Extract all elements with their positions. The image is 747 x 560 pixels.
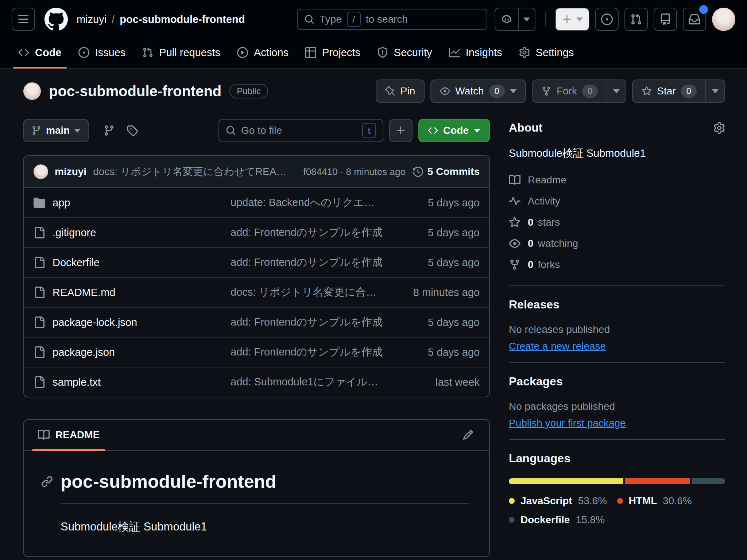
- issues-global-button[interactable]: [595, 8, 619, 31]
- file-name[interactable]: sample.txt: [53, 376, 101, 388]
- star-dropdown-button[interactable]: [706, 79, 725, 103]
- file-row[interactable]: .gitignore add: Frontendのサンプルを作成 5 days …: [24, 217, 489, 247]
- language-legend: JavaScript 53.6% HTML 30.6% Dockerfile 1…: [509, 495, 725, 526]
- go-to-file-input[interactable]: Go to file t: [218, 119, 383, 142]
- copilot-menu: [495, 8, 535, 31]
- fork-button[interactable]: Fork 0: [532, 79, 607, 103]
- chevron-down-icon: [474, 129, 480, 133]
- code-dropdown-button[interactable]: Code: [418, 119, 490, 142]
- about-stars-link[interactable]: 0 stars: [509, 212, 725, 233]
- git-pull-request-icon: [630, 13, 642, 25]
- commit-author[interactable]: mizuyi: [55, 166, 86, 178]
- tab-pull-requests[interactable]: Pull requests: [136, 37, 227, 68]
- breadcrumb-repo[interactable]: poc-submodule-frontend: [120, 13, 245, 26]
- create-new-button[interactable]: [555, 8, 589, 31]
- language-dot: [509, 517, 515, 523]
- file-commit-message[interactable]: add: Frontendのサンプルを作成: [231, 255, 398, 270]
- file-icon: [34, 227, 45, 238]
- copilot-icon: [501, 13, 512, 25]
- tab-insights[interactable]: Insights: [442, 37, 509, 68]
- file-name[interactable]: Dockerfile: [53, 257, 100, 269]
- breadcrumb-separator: /: [112, 13, 115, 26]
- file-row[interactable]: package.json add: Frontendのサンプルを作成 5 day…: [24, 337, 489, 367]
- pin-button[interactable]: Pin: [376, 79, 425, 103]
- languages-heading: Languages: [509, 452, 725, 465]
- file-row[interactable]: sample.txt add: Submodule1にファイルを追加 last …: [24, 367, 489, 397]
- owner-avatar[interactable]: [23, 82, 41, 100]
- watch-button[interactable]: Watch 0: [430, 79, 526, 103]
- about-readme-link[interactable]: Readme: [509, 170, 725, 191]
- file-commit-message[interactable]: add: Frontendのサンプルを作成: [231, 225, 398, 240]
- inbox-icon: [689, 13, 700, 25]
- about-activity-link[interactable]: Activity: [509, 191, 725, 212]
- edit-readme-button[interactable]: [458, 425, 478, 445]
- create-release-link[interactable]: Create a new release: [509, 341, 606, 352]
- tab-issues[interactable]: Issues: [72, 37, 132, 68]
- link-icon: [41, 475, 53, 488]
- commit-history-link[interactable]: 5 Commits: [413, 166, 480, 178]
- language-javascript[interactable]: JavaScript 53.6%: [509, 495, 617, 507]
- tab-actions[interactable]: Actions: [231, 37, 295, 68]
- go-to-file-placeholder: Go to file: [241, 125, 357, 136]
- file-commit-message[interactable]: add: Frontendのサンプルを作成: [231, 315, 398, 330]
- heading-anchor[interactable]: [41, 475, 53, 488]
- file-commit-message[interactable]: update: Backendへのリクエストの...: [231, 195, 398, 210]
- about-watching-link[interactable]: 0 watching: [509, 233, 725, 254]
- file-name[interactable]: package-lock.json: [53, 316, 137, 328]
- tab-security[interactable]: Security: [371, 37, 439, 68]
- user-avatar[interactable]: [712, 8, 735, 31]
- tab-settings[interactable]: Settings: [512, 37, 581, 68]
- file-age: 5 days ago: [398, 197, 480, 209]
- breadcrumb: mizuyi / poc-submodule-frontend: [77, 13, 245, 26]
- file-age: 5 days ago: [398, 346, 480, 358]
- file-row[interactable]: package-lock.json add: Frontendのサンプルを作成 …: [24, 307, 489, 337]
- code-icon: [18, 47, 29, 58]
- language-html[interactable]: HTML 30.6%: [617, 495, 725, 507]
- add-file-button[interactable]: [389, 119, 413, 142]
- branches-link-button[interactable]: [97, 119, 121, 142]
- commit-author-avatar[interactable]: [34, 164, 48, 179]
- file-row[interactable]: app update: Backendへのリクエストの... 5 days ag…: [24, 187, 489, 217]
- about-forks-link[interactable]: 0 forks: [509, 254, 725, 275]
- pull-requests-global-button[interactable]: [624, 8, 648, 31]
- chevron-down-icon: [523, 18, 530, 22]
- copilot-button[interactable]: [495, 8, 518, 30]
- tab-projects[interactable]: Projects: [299, 37, 367, 68]
- publish-package-link[interactable]: Publish your first package: [509, 417, 626, 429]
- repo-title[interactable]: poc-submodule-frontend: [49, 83, 221, 100]
- file-name[interactable]: app: [53, 197, 70, 209]
- global-nav-menu-button[interactable]: [12, 8, 35, 31]
- commit-sha-time[interactable]: f084410 · 8 minutes ago: [303, 166, 405, 178]
- visibility-badge: Public: [229, 84, 268, 98]
- file-name[interactable]: .gitignore: [53, 227, 96, 239]
- copilot-dropdown-button[interactable]: [519, 8, 535, 30]
- language-dockerfile[interactable]: Dockerfile 15.8%: [509, 514, 617, 526]
- file-age: 5 days ago: [398, 316, 480, 328]
- plus-icon: [562, 14, 573, 25]
- watch-count: 0: [489, 85, 505, 98]
- repo-nav: Code Issues Pull requests Actions Projec…: [12, 37, 735, 68]
- commit-message[interactable]: docs: リポジトリ名変更に合わせてREADME...: [93, 165, 297, 179]
- file-name[interactable]: README.md: [53, 287, 115, 299]
- tab-code[interactable]: Code: [12, 37, 68, 68]
- tags-link-button[interactable]: [121, 119, 144, 142]
- stars-count: 0: [528, 217, 534, 228]
- breadcrumb-owner[interactable]: mizuyi: [77, 13, 107, 26]
- tab-readme[interactable]: README: [30, 420, 108, 450]
- file-commit-message[interactable]: add: Submodule1にファイルを追加: [231, 375, 398, 389]
- global-search-input[interactable]: Type / to search: [297, 9, 487, 30]
- fork-dropdown-button[interactable]: [607, 79, 626, 103]
- star-button[interactable]: Star 0: [632, 79, 706, 103]
- edit-about-button[interactable]: [713, 122, 725, 134]
- branch-selector[interactable]: main: [23, 119, 89, 142]
- search-icon: [226, 125, 236, 136]
- file-commit-message[interactable]: docs: リポジトリ名変更に合わせて...: [231, 285, 398, 300]
- table-icon: [305, 47, 316, 58]
- file-name[interactable]: package.json: [53, 346, 115, 358]
- file-row[interactable]: README.md docs: リポジトリ名変更に合わせて... 8 minut…: [24, 277, 489, 307]
- file-commit-message[interactable]: add: Frontendのサンプルを作成: [231, 345, 398, 359]
- repositories-button[interactable]: [654, 8, 677, 31]
- file-row[interactable]: Dockerfile add: Frontendのサンプルを作成 5 days …: [24, 247, 489, 277]
- github-logo[interactable]: [44, 8, 68, 31]
- notifications-button[interactable]: [683, 8, 706, 31]
